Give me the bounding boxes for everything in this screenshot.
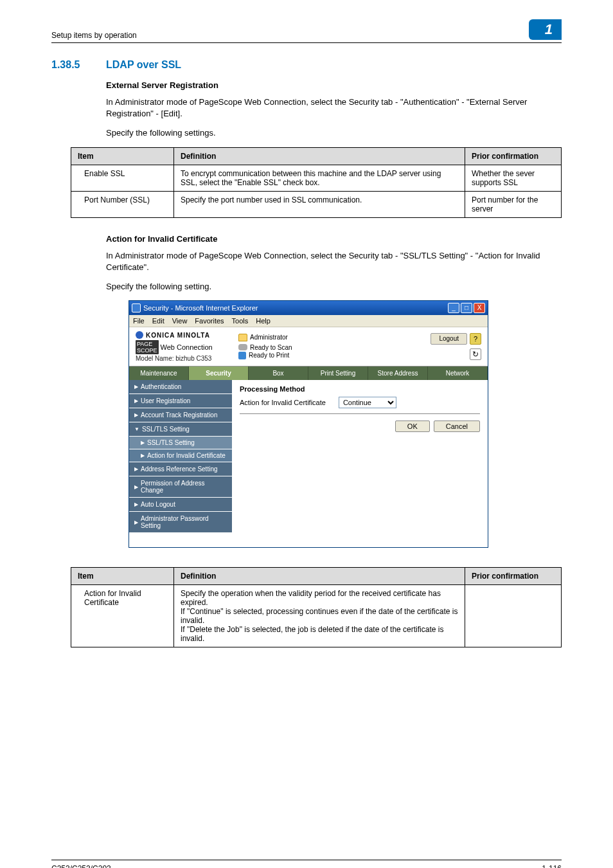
sidebar-item-auto-logout[interactable]: ▶Auto Logout [129,498,232,512]
pagescope-icon: PAGESCOPE [136,340,159,354]
col-prior: Prior confirmation [465,147,562,165]
col-item: Item [71,568,174,585]
brand-logo: KONICA MINOLTA [136,331,238,339]
maximize-button[interactable]: □ [461,303,472,313]
model-name: Model Name: bizhub C353 [136,355,238,362]
sidebar-item-authentication[interactable]: ▶Authentication [129,380,232,394]
section-title: LDAP over SSL [106,59,181,71]
body-text: In Administrator mode of PageScope Web C… [106,96,562,120]
sub-heading-action-invalid: Action for Invalid Certificate [106,234,562,244]
ready-print-label: Ready to Print [249,352,289,359]
col-item: Item [71,147,174,165]
chevron-right-icon: ▶ [134,412,138,418]
menu-edit[interactable]: Edit [152,317,164,325]
settings-table-2: Item Definition Prior confirmation Actio… [71,567,562,647]
menu-help[interactable]: Help [256,317,271,325]
processing-method-heading: Processing Method [240,385,480,393]
minimize-button[interactable]: _ [448,303,459,313]
logout-button[interactable]: Logout [431,333,467,345]
cell-prior: Port number for the server [465,191,562,217]
cell-prior: Whether the sever supports SSL [465,165,562,191]
table-row: Port Number (SSL) Specify the port numbe… [71,191,562,217]
action-invalid-select[interactable]: Continue [339,397,396,408]
body-text: Specify the following settings. [106,127,562,139]
action-invalid-label: Action for Invalid Certificate [240,399,326,406]
chevron-right-icon: ▶ [134,484,138,490]
sidebar-item-admin-password[interactable]: ▶Administrator Password Setting [129,512,232,533]
sidebar-item-ssl-tls[interactable]: ▼SSL/TLS Setting [129,422,232,437]
ok-button[interactable]: OK [395,420,430,432]
sidebar-item-account-track[interactable]: ▶Account Track Registration [129,408,232,422]
chevron-right-icon: ▶ [141,453,145,458]
menu-file[interactable]: File [133,317,145,325]
menu-tools[interactable]: Tools [232,317,249,325]
footer-page: 1-116 [542,864,562,868]
tab-maintenance[interactable]: Maintenance [129,366,189,380]
ie-window: Security - Microsoft Internet Explorer _… [129,300,488,548]
close-button[interactable]: X [474,303,485,313]
tab-network[interactable]: Network [428,366,488,380]
cell-def: To encrypt communication between this ma… [174,165,465,191]
table-row: Action for Invalid Certificate Specify t… [71,585,562,647]
menu-favorites[interactable]: Favorites [195,317,224,325]
breadcrumb: Setup items by operation [51,31,137,40]
body-text: In Administrator mode of PageScope Web C… [106,250,562,273]
cancel-button[interactable]: Cancel [434,420,480,432]
chevron-right-icon: ▶ [134,384,138,390]
window-titlebar[interactable]: Security - Microsoft Internet Explorer _… [129,301,488,315]
cell-def: Specify the port number used in SSL comm… [174,191,465,217]
tab-box[interactable]: Box [249,366,308,380]
chevron-down-icon: ▼ [134,426,139,432]
chevron-right-icon: ▶ [134,398,138,404]
col-definition: Definition [174,147,465,165]
section-number: 1.38.5 [51,59,106,71]
chevron-right-icon: ▶ [134,520,138,525]
chapter-badge: 1 [529,19,562,40]
ready-scan-label: Ready to Scan [250,344,292,351]
tab-security[interactable]: Security [189,366,249,380]
menu-view[interactable]: View [172,317,188,325]
chevron-right-icon: ▶ [134,502,138,507]
chevron-right-icon: ▶ [141,440,145,446]
body-text: Specify the following setting. [106,281,562,293]
col-prior: Prior confirmation [465,568,562,585]
cell-prior [465,585,562,647]
admin-icon [238,334,247,341]
brand-mark-icon [136,331,143,339]
sub-heading-external-server: External Server Registration [106,80,562,90]
help-button[interactable]: ? [470,333,481,345]
col-definition: Definition [174,568,465,585]
sidebar-item-address-ref[interactable]: ▶Address Reference Setting [129,462,232,476]
window-title: Security - Microsoft Internet Explorer [143,304,448,312]
sidebar-sub-ssl-tls[interactable]: ▶SSL/TLS Setting [129,437,232,449]
printer-icon [238,352,246,359]
cell-def: Specify the operation when the validity … [174,585,465,647]
cell-item: Enable SSL [71,165,174,191]
administrator-label: Administrator [250,334,288,341]
ie-icon [132,303,141,312]
web-connection-label: PAGESCOPEWeb Connection [136,340,238,354]
sidebar-item-permission[interactable]: ▶Permission of Address Change [129,476,232,498]
refresh-button[interactable]: ↻ [470,348,481,360]
sidebar-item-user-registration[interactable]: ▶User Registration [129,394,232,408]
tab-store-address[interactable]: Store Address [368,366,428,380]
table-row: Enable SSL To encrypt communication betw… [71,165,562,191]
cell-item: Port Number (SSL) [71,191,174,217]
tab-print-setting[interactable]: Print Setting [308,366,368,380]
chevron-right-icon: ▶ [134,466,138,472]
cell-item: Action for Invalid Certificate [71,585,174,647]
settings-table-1: Item Definition Prior confirmation Enabl… [71,147,562,218]
sidebar-sub-action-invalid[interactable]: ▶Action for Invalid Certificate [129,449,232,462]
scanner-icon [238,344,247,350]
menu-bar: File Edit View Favorites Tools Help [129,315,488,327]
footer-model: C353/C253/C203 [51,864,111,868]
